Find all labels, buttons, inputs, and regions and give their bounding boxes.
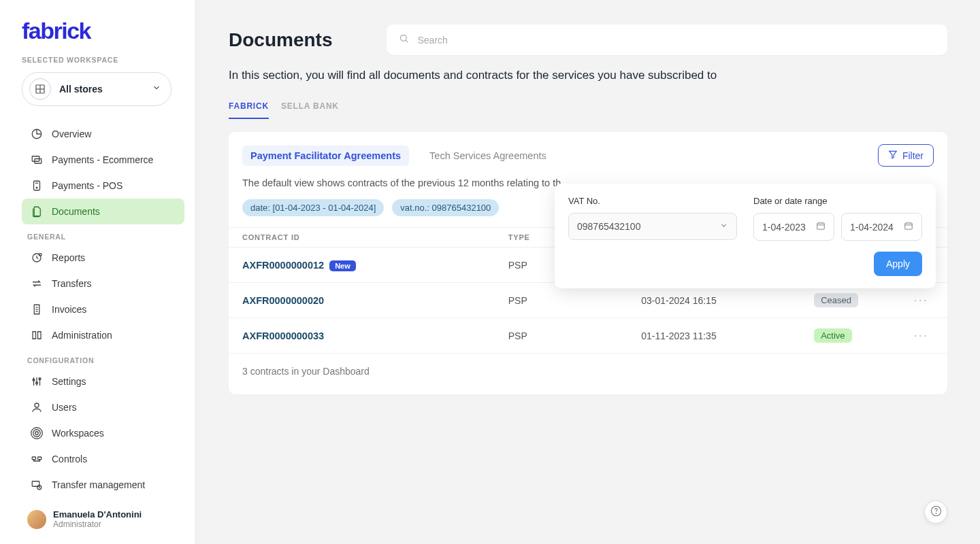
- workspaces-icon: [30, 426, 44, 440]
- nav-label: Transfers: [52, 278, 92, 289]
- pie-icon: [30, 127, 44, 141]
- svg-point-20: [35, 403, 39, 407]
- grid-icon: [29, 78, 51, 100]
- date-from-input[interactable]: 1-04-2023: [753, 213, 834, 241]
- user-area[interactable]: Emanuela D'Antonini Administrator: [22, 505, 184, 533]
- user-role: Administrator: [53, 520, 142, 529]
- row-actions-button[interactable]: ···: [914, 293, 934, 307]
- svg-rect-37: [905, 223, 913, 229]
- nav-label: Administration: [52, 330, 112, 341]
- subtab-payment-facilitator-agreements[interactable]: Payment Facilitator Agreements: [242, 146, 409, 166]
- nav-label: Overview: [52, 129, 91, 139]
- nav-general: ReportsTransfersInvoicesAdministration: [22, 245, 184, 348]
- sidebar-item-settings[interactable]: Settings: [22, 369, 184, 394]
- date-to-value: 1-04-2024: [850, 222, 894, 233]
- svg-point-8: [36, 187, 37, 188]
- svg-rect-24: [32, 457, 35, 460]
- nav-label: Transfer management: [52, 479, 145, 490]
- contract-id-link[interactable]: AXFR0000000020: [242, 295, 324, 306]
- sidebar: fabrick SELECTED WORKSPACE All stores Ov…: [0, 0, 196, 544]
- nav-label: Invoices: [52, 304, 86, 315]
- sidebar-item-users[interactable]: Users: [22, 394, 184, 420]
- col-contract-id: CONTRACT ID: [242, 233, 508, 241]
- sidebar-item-overview[interactable]: Overview: [22, 121, 184, 147]
- avatar: [27, 510, 46, 529]
- nav-heading-general: GENERAL: [22, 227, 184, 245]
- cell-date: 01-11-2023 11:35: [641, 330, 814, 341]
- nav-label: Reports: [52, 252, 85, 263]
- calendar-icon: [816, 221, 826, 233]
- sidebar-item-invoices[interactable]: Invoices: [22, 296, 184, 322]
- nav-heading-config: CONFIGURATION: [22, 351, 184, 369]
- cell-type: PSP: [508, 295, 641, 306]
- filter-chip[interactable]: date: [01-04-2023 - 01-04-2024]: [242, 199, 384, 216]
- users-icon: [30, 401, 44, 414]
- search-icon: [399, 33, 409, 46]
- cell-date: 03-01-2024 16:15: [641, 295, 814, 306]
- svg-point-21: [35, 432, 39, 435]
- filter-label: Filter: [902, 150, 924, 161]
- settings-icon: [30, 375, 44, 388]
- svg-point-28: [401, 35, 407, 41]
- contract-id-link[interactable]: AXFR0000000012: [242, 260, 324, 271]
- svg-point-32: [936, 513, 936, 513]
- svg-rect-33: [817, 223, 825, 229]
- nav-label: Payments - POS: [52, 180, 122, 191]
- invoice-icon: [30, 303, 44, 316]
- intro-text: In this section, you will find all docum…: [229, 69, 947, 82]
- sidebar-item-reports[interactable]: Reports: [22, 245, 184, 271]
- footer-count: 3 contracts in your Dashboard: [229, 354, 947, 379]
- subtab-tech-services-agreements[interactable]: Tech Services Agreements: [421, 146, 555, 166]
- svg-line-29: [406, 40, 408, 42]
- filter-chip[interactable]: vat.no.: 098765432100: [392, 199, 499, 216]
- nav-label: Controls: [52, 454, 87, 464]
- filter-icon: [888, 150, 898, 161]
- doc-icon: [30, 205, 44, 218]
- search-input[interactable]: [417, 35, 935, 46]
- sidebar-item-workspaces[interactable]: Workspaces: [22, 420, 184, 446]
- help-button[interactable]: [924, 500, 947, 524]
- admin-icon: [30, 328, 44, 342]
- pos-icon: [30, 179, 44, 192]
- help-icon: [930, 505, 942, 520]
- transfer-icon: [30, 277, 44, 290]
- sidebar-item-administration[interactable]: Administration: [22, 322, 184, 348]
- nav-label: Users: [52, 402, 77, 413]
- search-box[interactable]: [387, 24, 947, 55]
- nav-label: Documents: [52, 206, 100, 217]
- status-badge: Ceased: [814, 293, 858, 307]
- date-to-input[interactable]: 1-04-2024: [841, 213, 922, 241]
- tab-fabrick[interactable]: FABRICK: [229, 101, 269, 119]
- nav-label: Settings: [52, 376, 86, 387]
- sidebar-item-documents[interactable]: Documents: [22, 199, 184, 224]
- report-icon: [30, 251, 44, 265]
- svg-rect-25: [38, 457, 42, 460]
- chevron-down-icon: [152, 83, 161, 95]
- workspace-selector[interactable]: All stores: [22, 72, 172, 106]
- tab-sella-bank[interactable]: SELLA BANK: [281, 101, 339, 119]
- nav-label: Payments - Ecommerce: [52, 154, 153, 165]
- vat-label: VAT No.: [568, 196, 737, 206]
- controls-icon: [30, 452, 44, 466]
- nav-label: Workspaces: [52, 428, 104, 439]
- apply-button[interactable]: Apply: [874, 252, 922, 276]
- page-title: Documents: [229, 29, 332, 51]
- cell-type: PSP: [508, 330, 641, 341]
- date-from-value: 1-04-2023: [762, 222, 806, 233]
- chevron-down-icon: [719, 221, 728, 232]
- sidebar-item-transfers[interactable]: Transfers: [22, 271, 184, 296]
- filter-panel: VAT No. 098765432100 Date or date range …: [555, 184, 936, 288]
- filter-button[interactable]: Filter: [878, 144, 934, 167]
- sidebar-item-controls[interactable]: Controls: [22, 446, 184, 472]
- row-actions-button[interactable]: ···: [914, 328, 934, 343]
- vat-select[interactable]: 098765432100: [568, 213, 737, 240]
- table-row: AXFR0000000033 PSP 01-11-2023 11:35 Acti…: [229, 318, 947, 354]
- sidebar-item-payments-pos[interactable]: Payments - POS: [22, 173, 184, 199]
- sidebar-item-transfer-management[interactable]: Transfer management: [22, 472, 184, 498]
- contract-id-link[interactable]: AXFR0000000033: [242, 330, 324, 341]
- svg-point-22: [33, 430, 41, 437]
- sidebar-item-payments-ecommerce[interactable]: Payments - Ecommerce: [22, 147, 184, 173]
- badge-new: New: [329, 260, 356, 271]
- brand-logo: fabrick: [22, 19, 184, 42]
- status-badge: Active: [814, 328, 851, 343]
